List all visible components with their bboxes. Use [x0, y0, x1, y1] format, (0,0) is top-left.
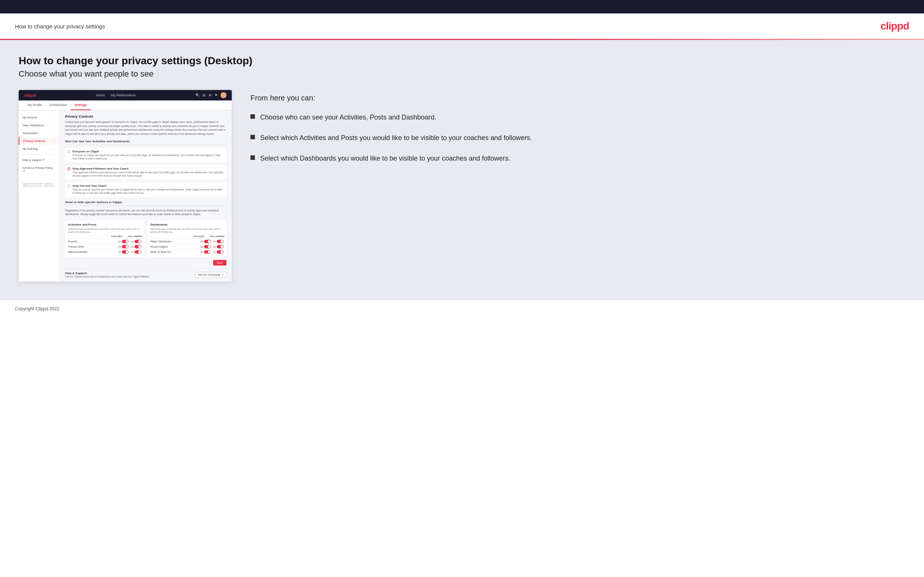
sidebar-item-my-golf-bag[interactable]: My Golf Bag › [19, 145, 60, 153]
right-column: From here you can: Choose who can see yo… [250, 90, 905, 164]
followers-col-label: FOLLOWERS [128, 235, 141, 237]
bullet-item-3: Select which Dashboards you would like t… [250, 154, 905, 163]
help-title: Help & Support [65, 271, 150, 275]
settings-icon[interactable]: ⚙ [208, 93, 212, 97]
toggle-section-desc: Regardless of the privacy controls that … [65, 209, 226, 217]
bullet-text-1: Choose who can see your Activities, Post… [260, 113, 436, 122]
app-navbar-icons: 🔍 ⊞ ⚙ ⚑ [195, 92, 226, 98]
external-link-icon: ↗ [221, 273, 223, 276]
radio-only-you[interactable]: Only You and Your Coach Only you and the… [65, 182, 226, 197]
dashboards-header-row: COACHES FOLLOWERS [150, 235, 223, 237]
toggle-row-what-to-work-on: What To Work On ON ON [150, 249, 223, 254]
bullet-text-3: Select which Dashboards you would like t… [260, 154, 510, 163]
radio-label-only-you: Only You and Your Coach [73, 184, 224, 187]
what-to-work-coaches-toggle[interactable]: ON [200, 250, 211, 253]
content-columns: clippd Home My Performance 🔍 ⊞ ⚙ ⚑ My Pr… [19, 90, 905, 282]
rounds-followers-toggle[interactable]: ON [131, 240, 141, 243]
practice-label: Practice Drills [68, 245, 118, 248]
save-button[interactable]: Save [213, 260, 226, 266]
manual-label: Manual Activities [68, 251, 118, 253]
sidebar-footer: Clippd Client Version: 2022.8.2SQL Serve… [19, 175, 60, 189]
page-subheading: Choose what you want people to see [19, 69, 905, 79]
toggle-grid: Activities and Posts Select the types of… [65, 220, 226, 257]
app-subnav: My Profile Connections Settings [19, 100, 232, 111]
header-title: How to change your privacy settings [15, 23, 105, 29]
activities-header-row: COACHES FOLLOWERS [68, 235, 141, 237]
toggle-row-practice: Practice Drills ON ON [68, 244, 141, 249]
bullet-item-2: Select which Activities and Posts you wo… [250, 133, 905, 143]
top-bar [0, 0, 924, 13]
search-icon[interactable]: 🔍 [195, 93, 200, 97]
practice-coaches-toggle[interactable]: ON [118, 245, 129, 248]
app-navbar-links: Home My Performance [96, 93, 136, 97]
radio-approved[interactable]: Only Approved Followers and Your Coach O… [65, 165, 226, 179]
dashboards-box-desc: Select the types of activity that you'd … [150, 227, 223, 234]
visibility-subtitle: Who Can See Your Activities and Dashboar… [65, 140, 226, 145]
bullet-square-3 [250, 155, 255, 160]
toggle-row-manual: Manual Activities ON ON [68, 249, 141, 254]
header: How to change your privacy settings clip… [0, 13, 924, 39]
activities-box-desc: Select the types of activity that you'd … [68, 227, 141, 234]
player-dash-followers-toggle[interactable]: ON [213, 240, 223, 243]
grid-icon[interactable]: ⊞ [203, 93, 205, 97]
sidebar-item-my-account[interactable]: My Account › [19, 114, 60, 121]
rounds-coaches-toggle[interactable]: ON [118, 240, 129, 243]
nav-my-performance[interactable]: My Performance [111, 93, 136, 97]
round-insights-coaches-toggle[interactable]: ON [200, 245, 211, 248]
main-content: How to change your privacy settings (Des… [0, 40, 924, 300]
nav-home[interactable]: Home [96, 93, 105, 97]
activities-box-title: Activities and Posts [68, 223, 141, 226]
bullet-square-2 [250, 135, 255, 139]
footer: Copyright Clippd 2022 [0, 300, 924, 318]
radio-circle-only-you [67, 184, 70, 187]
practice-followers-toggle[interactable]: ON [131, 245, 141, 248]
bullet-list: Choose who can see your Activities, Post… [250, 113, 905, 164]
avatar[interactable] [221, 92, 226, 98]
panel-description: Control how you and your data appears to… [65, 120, 226, 136]
app-navbar-logo: clippd [24, 93, 36, 97]
flag-icon[interactable]: ⚑ [215, 93, 218, 97]
manual-coaches-toggle[interactable]: ON [118, 250, 129, 253]
bullet-item-1: Choose who can see your Activities, Post… [250, 113, 905, 122]
chevron-icon: › [55, 124, 56, 127]
rounds-label: Rounds [68, 240, 118, 243]
sidebar-item-service-privacy[interactable]: Service & Privacy Policy ↗ [19, 164, 60, 175]
app-screenshot: clippd Home My Performance 🔍 ⊞ ⚙ ⚑ My Pr… [19, 90, 232, 282]
tab-connections[interactable]: Connections [45, 100, 71, 110]
radio-desc-approved: Only approved followers and coaches you … [73, 171, 224, 177]
from-here-text: From here you can: [250, 94, 905, 102]
what-to-work-followers-toggle[interactable]: ON [213, 250, 223, 253]
dash-followers-col-label: FOLLOWERS [210, 235, 223, 237]
sidebar-item-data-integrations[interactable]: Data Integrations › [19, 121, 60, 129]
bullet-square-1 [250, 114, 255, 119]
radio-desc-only-you: Only you and the coaches you connect wit… [73, 188, 224, 195]
player-dash-label: Player Dashboard [150, 240, 200, 243]
help-row: Help & Support Visit our Clippd communit… [65, 269, 226, 278]
round-insights-followers-toggle[interactable]: ON [213, 245, 223, 248]
app-sidebar: My Account › Data Integrations › Subscri… [19, 111, 60, 282]
tab-settings[interactable]: Settings [71, 100, 91, 110]
coaches-col-label: COACHES [110, 235, 123, 237]
sidebar-divider [19, 154, 60, 155]
radio-label-approved: Only Approved Followers and Your Coach [73, 167, 224, 170]
sidebar-item-help-support[interactable]: Help & Support ↗ [19, 156, 60, 164]
help-desc: Visit our Clippd community to troublesho… [65, 275, 150, 278]
app-navbar: clippd Home My Performance 🔍 ⊞ ⚙ ⚑ [19, 90, 232, 100]
toggle-row-round-insights: Round Insights ON ON [150, 244, 223, 249]
manual-followers-toggle[interactable]: ON [131, 250, 141, 253]
copyright-text: Copyright Clippd 2022 [15, 306, 60, 311]
app-body: My Account › Data Integrations › Subscri… [19, 111, 232, 282]
radio-everyone[interactable]: Everyone on Clippd Everyone on Clippd ca… [65, 148, 226, 162]
player-dash-coaches-toggle[interactable]: ON [200, 240, 211, 243]
toggle-section-title: Show or hide specific features in Clippd [65, 201, 226, 206]
bullet-text-2: Select which Activities and Posts you wo… [260, 133, 532, 143]
activities-box: Activities and Posts Select the types of… [65, 220, 144, 257]
toggle-row-player-dash: Player Dashboard ON ON [150, 239, 223, 244]
radio-desc-everyone: Everyone on Clippd can search for you an… [73, 153, 224, 160]
visit-community-button[interactable]: Visit Our Community ↗ [195, 272, 226, 278]
dashboards-box: Dashboards Select the types of activity … [147, 220, 226, 257]
tab-my-profile[interactable]: My Profile [24, 100, 45, 110]
what-to-work-on-label: What To Work On [150, 251, 200, 253]
sidebar-item-privacy-controls[interactable]: Privacy Controls › [19, 137, 60, 145]
sidebar-item-subscription[interactable]: Subscription › [19, 129, 60, 137]
